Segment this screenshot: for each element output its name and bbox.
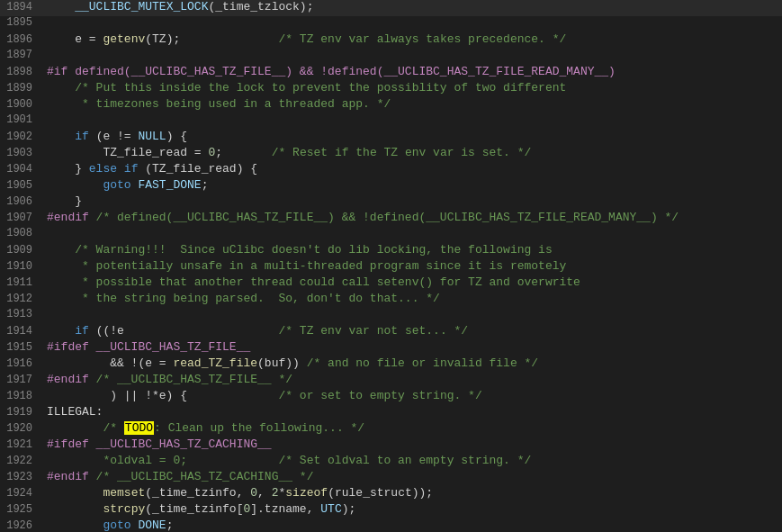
- code-line: 1912 * the string being parsed. So, don'…: [0, 292, 782, 308]
- line-content: strcpy(_time_tzinfo[0].tzname, UTC);: [43, 502, 782, 516]
- code-line: 1904 } else if (TZ_file_read) {: [0, 162, 782, 178]
- line-number: 1898: [0, 66, 43, 78]
- line-content: e = getenv(TZ); /* TZ env var always tak…: [43, 32, 782, 46]
- code-line: 1926 goto DONE;: [0, 518, 782, 532]
- line-number: 1908: [0, 227, 43, 239]
- line-number: 1922: [0, 455, 43, 467]
- code-line: 1911 * possible that another thread coul…: [0, 275, 782, 292]
- line-content: /* TODO: Clean up the following... */: [43, 421, 782, 435]
- line-content: TZ_file_read = 0; /* Reset if the TZ env…: [43, 146, 782, 159]
- line-content: }: [43, 194, 782, 208]
- line-number: 1926: [0, 519, 43, 532]
- line-content: #ifdef __UCLIBC_HAS_TZ_FILE__: [43, 340, 782, 354]
- code-line: 1907#endif /* defined(__UCLIBC_HAS_TZ_FI…: [0, 211, 782, 227]
- code-line: 1902 if (e != NULL) {: [0, 130, 782, 146]
- line-content: #if defined(__UCLIBC_HAS_TZ_FILE__) && !…: [43, 65, 782, 78]
- code-line: 1923#endif /* __UCLIBC_HAS_TZ_CACHING__ …: [0, 470, 782, 486]
- line-number: 1911: [0, 276, 43, 289]
- line-number: 1915: [0, 341, 43, 354]
- code-line: 1897: [0, 49, 782, 65]
- line-number: 1917: [0, 374, 43, 386]
- line-number: 1901: [0, 113, 43, 126]
- code-line: 1920 /* TODO: Clean up the following... …: [0, 421, 782, 437]
- code-line: 1921#ifdef __UCLIBC_HAS_TZ_CACHING__: [0, 437, 782, 454]
- line-content: *oldval = 0; /* Set oldval to an empty s…: [43, 454, 782, 467]
- line-content: if ((!e /* TZ env var not set... */: [43, 324, 782, 338]
- line-number: 1903: [0, 147, 43, 159]
- code-line: 1919ILLEGAL:: [0, 405, 782, 421]
- line-number: 1899: [0, 82, 43, 95]
- code-line: 1903 TZ_file_read = 0; /* Reset if the T…: [0, 146, 782, 162]
- line-number: 1905: [0, 179, 43, 192]
- line-content: * possible that another thread could cal…: [43, 275, 782, 289]
- line-number: 1910: [0, 260, 43, 273]
- line-content: * potentially unsafe in a multi-threaded…: [43, 259, 782, 273]
- code-line: 1913: [0, 308, 782, 324]
- line-number: 1895: [0, 16, 43, 29]
- line-content: #endif /* __UCLIBC_HAS_TZ_CACHING__ */: [43, 470, 782, 483]
- line-content: /* Warning!!! Since uClibc doesn't do li…: [43, 243, 782, 257]
- line-content: #endif /* defined(__UCLIBC_HAS_TZ_FILE__…: [43, 211, 782, 224]
- line-content: } else if (TZ_file_read) {: [43, 162, 782, 176]
- line-content: ILLEGAL:: [43, 405, 782, 419]
- line-number: 1921: [0, 438, 43, 451]
- line-number: 1920: [0, 422, 43, 435]
- code-line: 1922 *oldval = 0; /* Set oldval to an em…: [0, 454, 782, 470]
- line-number: 1906: [0, 195, 43, 208]
- line-content: goto FAST_DONE;: [43, 178, 782, 192]
- line-number: 1897: [0, 49, 43, 61]
- line-number: 1896: [0, 33, 43, 46]
- line-number: 1918: [0, 390, 43, 402]
- line-number: 1912: [0, 293, 43, 305]
- code-line: 1900 * timezones being used in a threade…: [0, 97, 782, 113]
- line-content: * timezones being used in a threaded app…: [43, 97, 782, 111]
- code-line: 1915#ifdef __UCLIBC_HAS_TZ_FILE__: [0, 340, 782, 356]
- line-content: && !(e = read_TZ_file(buf)) /* and no fi…: [43, 356, 782, 370]
- line-content: goto DONE;: [43, 518, 782, 532]
- line-number: 1909: [0, 244, 43, 257]
- code-line: 1908: [0, 227, 782, 243]
- code-line: 1898#if defined(__UCLIBC_HAS_TZ_FILE__) …: [0, 65, 782, 81]
- line-content: ) || !*e) { /* or set to empty string. *…: [43, 389, 782, 402]
- line-number: 1923: [0, 471, 43, 483]
- code-line: 1909 /* Warning!!! Since uClibc doesn't …: [0, 243, 782, 259]
- line-number: 1900: [0, 98, 43, 111]
- line-content: #endif /* __UCLIBC_HAS_TZ_FILE__ */: [43, 373, 782, 386]
- code-line: 1916 && !(e = read_TZ_file(buf)) /* and …: [0, 356, 782, 373]
- code-line: 1924 memset(_time_tzinfo, 0, 2*sizeof(ru…: [0, 486, 782, 502]
- code-line: 1894 __UCLIBC_MUTEX_LOCK(_time_tzlock);: [0, 0, 782, 16]
- line-number: 1924: [0, 487, 43, 500]
- line-number: 1907: [0, 212, 43, 224]
- line-content: * the string being parsed. So, don't do …: [43, 292, 782, 305]
- line-content: /* Put this inside the lock to prevent t…: [43, 81, 782, 95]
- code-line: 1905 goto FAST_DONE;: [0, 178, 782, 194]
- code-line: 1914 if ((!e /* TZ env var not set... */: [0, 324, 782, 340]
- line-number: 1913: [0, 308, 43, 320]
- code-line: 1896 e = getenv(TZ); /* TZ env var alway…: [0, 32, 782, 49]
- code-line: 1918 ) || !*e) { /* or set to empty stri…: [0, 389, 782, 405]
- code-line: 1917#endif /* __UCLIBC_HAS_TZ_FILE__ */: [0, 373, 782, 389]
- code-line: 1925 strcpy(_time_tzinfo[0].tzname, UTC)…: [0, 502, 782, 518]
- code-line: 1901: [0, 113, 782, 130]
- line-number: 1925: [0, 503, 43, 516]
- code-editor: 1894 __UCLIBC_MUTEX_LOCK(_time_tzlock);1…: [0, 0, 782, 532]
- line-number: 1902: [0, 131, 43, 143]
- line-number: 1894: [0, 1, 43, 14]
- line-content: if (e != NULL) {: [43, 130, 782, 143]
- line-content: __UCLIBC_MUTEX_LOCK(_time_tzlock);: [43, 0, 782, 14]
- code-line: 1899 /* Put this inside the lock to prev…: [0, 81, 782, 97]
- line-number: 1916: [0, 357, 43, 370]
- code-line: 1906 }: [0, 194, 782, 211]
- line-number: 1904: [0, 163, 43, 176]
- code-line: 1910 * potentially unsafe in a multi-thr…: [0, 259, 782, 275]
- code-line: 1895: [0, 16, 782, 32]
- line-number: 1919: [0, 406, 43, 419]
- line-number: 1914: [0, 325, 43, 338]
- line-content: #ifdef __UCLIBC_HAS_TZ_CACHING__: [43, 437, 782, 451]
- line-content: memset(_time_tzinfo, 0, 2*sizeof(rule_st…: [43, 486, 782, 500]
